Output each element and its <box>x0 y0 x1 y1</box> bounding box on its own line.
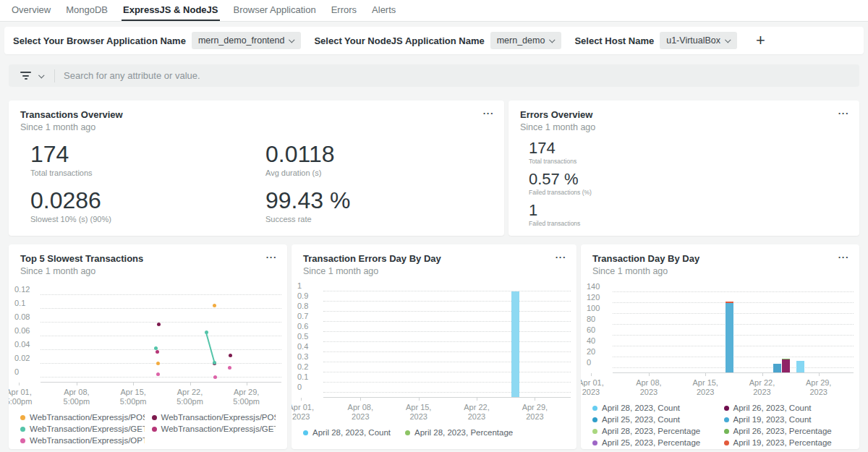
tab-errors[interactable]: Errors <box>330 0 358 21</box>
tab-bar: Overview MongoDB ExpressJS & NodeJS Brow… <box>0 0 868 22</box>
scatter-point[interactable] <box>229 354 232 357</box>
legend-item-webtransaction-expressjs-option[interactable]: WebTransaction/Expressjs/OPTION... <box>20 436 145 445</box>
legend-item-april-28-2023-count[interactable]: April 28, 2023, Count <box>592 404 717 412</box>
legend-item-april-19-2023-percentage[interactable]: April 19, 2023, Percentage <box>724 438 848 447</box>
y-axis-label: 120 <box>587 294 600 302</box>
x-axis-label: Apr 22,2023 <box>464 403 489 422</box>
y-axis-label: 0.06 <box>14 327 30 335</box>
legend-dot-icon <box>20 427 25 432</box>
y-axis-label: 80 <box>587 315 595 323</box>
card-header: Errors Overview Since 1 month ago ... <box>509 101 859 133</box>
metric-slowest-10: 0.0286 Slowest 10% (s) (90%) <box>30 188 265 223</box>
scatter-point[interactable] <box>213 375 217 379</box>
tab-alerts[interactable]: Alerts <box>370 0 397 21</box>
legend-item-april-26-2023-count[interactable]: April 26, 2023, Count <box>724 404 848 412</box>
metric-failed-transactions-pct: 0.57 % Failed transactions (%) <box>529 171 859 196</box>
legend-item-webtransaction-expressjs-get-re[interactable]: WebTransaction/Expressjs/GET//re... <box>20 425 145 433</box>
x-axis-tick <box>649 373 650 376</box>
scatter-point[interactable] <box>156 362 160 365</box>
line-segment <box>205 333 216 363</box>
x-axis-tick <box>247 383 247 385</box>
scatter-point[interactable] <box>205 331 208 334</box>
legend-label: April 25, 2023, Percentage <box>602 438 700 447</box>
legend-dot-icon <box>405 430 410 435</box>
x-axis-tick <box>705 373 706 376</box>
x-axis-tick <box>360 398 361 401</box>
browser-app-dropdown[interactable]: mern_demo_frontend <box>192 32 302 49</box>
card-subtitle: Since 1 month ago <box>20 121 493 133</box>
card-header: Top 5 Slowest Transactions Since 1 month… <box>9 244 287 277</box>
chevron-down-icon[interactable] <box>38 72 44 78</box>
legend-item-webtransaction-expressjs-post[interactable]: WebTransaction/Expressjs/POST//... <box>20 413 145 422</box>
bar-april-19-2023-count[interactable] <box>726 303 733 373</box>
variable-filter-bar: Select Your Browser Application Name mer… <box>4 27 864 54</box>
legend-item-april-28-2023-percentage[interactable]: April 28, 2023, Percentage <box>405 428 513 437</box>
filter-funnel-icon[interactable] <box>20 72 31 80</box>
scatter-point[interactable] <box>157 323 161 326</box>
add-filter-button[interactable]: + <box>753 33 768 48</box>
dashboard-page: Overview MongoDB ExpressJS & NodeJS Brow… <box>0 0 868 452</box>
legend-item-april-28-2023-count[interactable]: April 28, 2023, Count <box>303 428 391 437</box>
metric-value: 0.57 % <box>529 171 859 188</box>
legend-label: April 28, 2023, Count <box>312 428 391 437</box>
y-axis-label: 0.08 <box>14 313 30 321</box>
legend-item-april-26-2023-percentage[interactable]: April 26, 2023, Percentage <box>724 427 848 435</box>
y-axis-label: 0.7 <box>297 312 308 320</box>
legend-item-webtransaction-expressjs-get-re[interactable]: WebTransaction/Expressjs/GET//re... <box>152 425 276 433</box>
tab-overview[interactable]: Overview <box>10 0 52 21</box>
card-header: Transaction Day By Day Since 1 month ago… <box>581 244 859 277</box>
bar-april-26-2023-count[interactable] <box>782 359 790 373</box>
x-axis-label: Apr 15,2023 <box>692 378 718 397</box>
scatter-point[interactable] <box>156 372 160 376</box>
scatter-point[interactable] <box>154 346 158 350</box>
metric-value: 99.43 % <box>265 188 504 213</box>
metric-label: Total transactions <box>30 169 265 177</box>
x-axis-label: Apr 15,2023 <box>406 403 431 422</box>
legend-dot-icon <box>592 429 597 434</box>
metric-value: 174 <box>529 140 859 157</box>
tab-browser-application[interactable]: Browser Application <box>232 0 318 21</box>
metric-value: 174 <box>30 142 265 166</box>
card-options-menu[interactable]: ... <box>838 106 849 116</box>
scatter-point[interactable] <box>156 350 159 354</box>
x-axis-tick <box>19 383 20 385</box>
x-axis-label: Apr 01,2023 <box>581 378 604 397</box>
chart-legend: April 28, 2023, CountApril 28, 2023, Per… <box>303 428 565 437</box>
legend-label: April 26, 2023, Count <box>733 404 812 412</box>
card-title: Transactions Overview <box>20 109 493 121</box>
x-axis <box>613 372 854 378</box>
transaction-errors-day-by-day-card: Transaction Errors Day By Day Since 1 mo… <box>292 244 576 449</box>
search-input[interactable] <box>64 70 859 81</box>
legend-item-webtransaction-expressjs-post-r[interactable]: WebTransaction/Expressjs/POST//r... <box>152 413 276 422</box>
card-title: Transaction Errors Day By Day <box>303 253 565 265</box>
scatter-point[interactable] <box>213 361 216 364</box>
y-axis-label: 0.6 <box>297 323 308 331</box>
card-options-menu[interactable]: ... <box>483 106 494 116</box>
legend-item-april-28-2023-percentage[interactable]: April 28, 2023, Percentage <box>592 427 717 435</box>
card-options-menu[interactable]: ... <box>838 250 849 260</box>
legend-item-april-25-2023-percentage[interactable]: April 25, 2023, Percentage <box>592 438 717 447</box>
host-dropdown[interactable]: u1-VirtualBox <box>660 32 737 49</box>
legend-label: April 19, 2023, Count <box>733 415 812 424</box>
y-axis-label: 0.4 <box>297 343 308 351</box>
bar-april-28-2023-count[interactable] <box>796 361 804 374</box>
card-options-menu[interactable]: ... <box>556 250 566 260</box>
legend-item-april-25-2023-count[interactable]: April 25, 2023, Count <box>592 415 717 424</box>
tab-mongodb[interactable]: MongoDB <box>64 0 109 21</box>
card-options-menu[interactable]: ... <box>266 250 277 260</box>
bar-april-28-2023-count[interactable] <box>511 291 519 398</box>
legend-label: April 28, 2023, Count <box>602 404 680 412</box>
tab-expressjs-nodejs[interactable]: ExpressJS & NodeJS <box>122 0 220 21</box>
scatter-point[interactable] <box>213 304 216 307</box>
chevron-down-icon <box>289 37 294 43</box>
scatter-chart: 0.120.10.080.060.040.020 Apr 01,5:00pmAp… <box>14 281 281 407</box>
legend-item-april-19-2023-count[interactable]: April 19, 2023, Count <box>724 415 848 424</box>
card-header: Transaction Errors Day By Day Since 1 mo… <box>292 244 576 277</box>
billboard-grid: 174 Total transactions 0.0118 Avg durati… <box>30 142 504 223</box>
nodejs-app-dropdown[interactable]: mern_demo <box>490 32 562 49</box>
x-axis-label: Apr 22,5:00pm <box>176 388 203 406</box>
x-axis-tick <box>819 373 820 376</box>
scatter-point[interactable] <box>228 366 231 370</box>
metric-total-transactions: 174 Total transactions <box>30 142 265 177</box>
legend-dot-icon <box>592 440 597 445</box>
